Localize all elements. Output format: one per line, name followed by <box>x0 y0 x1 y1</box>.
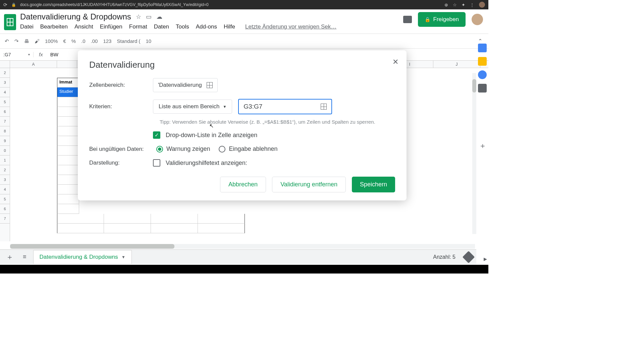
add-side-panel-icon[interactable]: ＋ <box>479 141 486 151</box>
row-header[interactable]: 2 <box>0 68 10 78</box>
sheet-tab[interactable]: Datenvalidierung & Dropdowns ▼ <box>33 250 132 264</box>
cell[interactable] <box>57 117 79 126</box>
menu-data[interactable]: Daten <box>154 23 169 30</box>
all-sheets-button[interactable]: ≡ <box>20 253 29 260</box>
comments-icon[interactable] <box>403 16 412 23</box>
cell-heading[interactable]: Immat <box>57 78 79 87</box>
row-header[interactable]: 6 <box>0 204 10 214</box>
cell[interactable] <box>151 224 198 233</box>
row-header[interactable]: 7 <box>0 117 10 126</box>
cell[interactable] <box>57 146 79 156</box>
add-sheet-button[interactable]: ＋ <box>3 252 16 262</box>
cell[interactable] <box>57 194 79 204</box>
cell[interactable] <box>151 214 198 224</box>
cell[interactable] <box>57 224 104 233</box>
document-title[interactable]: Datenvalidierung & Dropdowns <box>20 12 131 21</box>
font-size[interactable]: 10 <box>146 38 152 44</box>
font-select[interactable]: Standard ( <box>117 38 140 44</box>
cell-range-input[interactable]: 'Datenvalidierung <box>153 78 218 92</box>
menu-tools[interactable]: Tools <box>176 23 189 30</box>
row-header[interactable]: 1 <box>0 156 10 165</box>
cell[interactable] <box>57 126 79 136</box>
move-folder-icon[interactable]: ▭ <box>146 13 152 20</box>
cell[interactable] <box>57 107 79 117</box>
percent-format[interactable]: % <box>71 38 76 44</box>
menu-view[interactable]: Ansicht <box>74 23 93 30</box>
col-header[interactable]: J <box>433 61 480 68</box>
show-help-checkbox[interactable] <box>153 159 160 167</box>
browser-avatar[interactable] <box>479 2 485 8</box>
url-bar[interactable]: docs.google.com/spreadsheets/d/1JKUDANYH… <box>20 2 440 7</box>
extensions-icon[interactable]: ✦ <box>462 2 465 7</box>
last-edit-link[interactable]: Letzte Änderung vor wenigen Sek… <box>245 23 336 30</box>
row-header[interactable]: 4 <box>0 185 10 194</box>
increase-decimal[interactable]: .00 <box>91 38 98 44</box>
contacts-chip-icon[interactable] <box>478 84 487 93</box>
name-box[interactable]: :G7 ▾ <box>0 52 34 57</box>
undo-icon[interactable]: ↶ <box>5 38 9 44</box>
star-doc-icon[interactable]: ☆ <box>136 13 141 20</box>
menu-format[interactable]: Format <box>129 23 147 30</box>
keep-chip-icon[interactable] <box>478 57 487 66</box>
chevron-down-icon[interactable]: ▼ <box>121 255 125 259</box>
tasks-chip-icon[interactable] <box>478 70 487 79</box>
cell[interactable] <box>57 185 79 194</box>
reload-icon[interactable]: ⟳ <box>3 2 7 7</box>
radio-reject[interactable] <box>219 146 225 153</box>
cell[interactable] <box>57 165 79 175</box>
horizontal-scrollbar[interactable] <box>10 244 475 249</box>
lock-icon[interactable]: 🔒 <box>11 3 16 7</box>
row-header[interactable]: 2 <box>0 165 10 175</box>
row-header[interactable]: 5 <box>0 97 10 107</box>
zoom-icon[interactable]: ⊕ <box>444 2 448 7</box>
grid-picker-icon[interactable] <box>207 82 213 88</box>
radio-warn[interactable] <box>156 146 163 153</box>
cell[interactable] <box>57 136 79 146</box>
row-header[interactable]: 4 <box>0 87 10 97</box>
decrease-decimal[interactable]: .0 <box>81 38 86 44</box>
row-header[interactable]: 5 <box>0 194 10 204</box>
cell[interactable] <box>104 214 151 224</box>
cell[interactable] <box>198 214 245 224</box>
row-header[interactable]: 3 <box>0 175 10 185</box>
redo-icon[interactable]: ↷ <box>14 38 19 44</box>
menu-file[interactable]: Datei <box>20 23 34 30</box>
criteria-dropdown[interactable]: Liste aus einem Bereich ▼ <box>153 100 232 114</box>
cell-selected[interactable]: Studier <box>57 87 79 97</box>
tab-scroll-right-icon[interactable]: ▸ <box>484 255 487 263</box>
show-dropdown-checkbox[interactable]: ✓ <box>153 131 160 139</box>
menu-edit[interactable]: Bearbeiten <box>40 23 68 30</box>
menu-addons[interactable]: Add-ons <box>196 23 217 30</box>
more-formats[interactable]: 123 <box>103 38 111 44</box>
cell[interactable] <box>57 175 79 185</box>
close-icon[interactable]: ✕ <box>392 58 398 66</box>
share-button[interactable]: 🔒 Freigeben <box>418 12 466 27</box>
row-header[interactable]: 0 <box>0 146 10 156</box>
criteria-range-field[interactable] <box>244 103 311 110</box>
user-avatar[interactable] <box>472 14 483 25</box>
star-icon[interactable]: ☆ <box>453 2 457 7</box>
cell[interactable] <box>57 156 79 165</box>
paint-format-icon[interactable]: 🖌 <box>35 38 40 44</box>
vertical-scrollbar[interactable] <box>472 73 476 234</box>
fx-value[interactable]: BW <box>48 52 58 57</box>
row-header[interactable]: 6 <box>0 107 10 117</box>
row-header[interactable]: 9 <box>0 136 10 146</box>
cancel-button[interactable]: Abbrechen <box>220 177 266 192</box>
cell[interactable] <box>104 224 151 233</box>
print-icon[interactable]: 🖶 <box>24 38 29 44</box>
row-header[interactable]: 8 <box>0 126 10 136</box>
menu-help[interactable]: Hilfe <box>224 23 235 30</box>
row-header[interactable]: 3 <box>0 78 10 87</box>
grid-picker-icon[interactable] <box>321 104 327 110</box>
currency-format[interactable]: € <box>63 38 66 44</box>
row-header[interactable]: 7 <box>0 214 10 224</box>
calendar-chip-icon[interactable] <box>478 44 487 52</box>
cell[interactable] <box>198 224 245 233</box>
cell[interactable] <box>57 97 79 107</box>
save-button[interactable]: Speichern <box>352 177 395 192</box>
col-header[interactable]: A <box>10 61 57 68</box>
remove-validation-button[interactable]: Validierung entfernen <box>272 177 346 192</box>
cell[interactable] <box>57 214 104 224</box>
criteria-range-input[interactable] <box>238 99 332 114</box>
